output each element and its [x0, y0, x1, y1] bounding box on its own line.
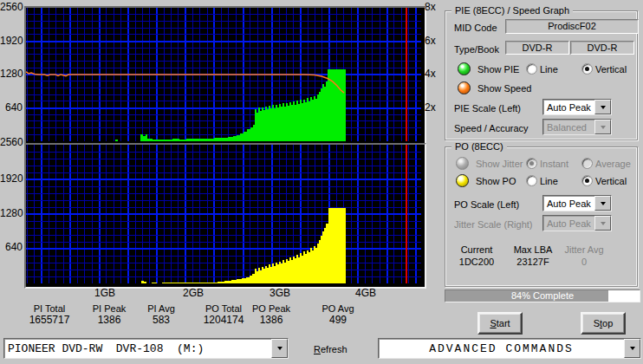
pie-vertical-label: Vertical: [595, 64, 627, 75]
po-ytick-2560: 2560: [0, 137, 23, 147]
jitter-instant-radio: [526, 158, 537, 169]
speed-ytick-8x: 8x: [425, 2, 445, 12]
po-line-label: Line: [540, 176, 558, 186]
max-lba-value: 23127F: [507, 257, 559, 267]
jitter-scale-combo: Auto Peak: [542, 215, 612, 231]
pie-scale-combo[interactable]: Auto Peak: [542, 99, 612, 115]
pie-group: PIE (8ECC) / Speed Graph MID Code Prodis…: [445, 10, 638, 140]
pie-ytick-640: 640: [0, 102, 23, 113]
chevron-down-icon: [601, 126, 606, 129]
show-speed-label: Show Speed: [477, 83, 531, 94]
xtick-3gb: 3GB: [263, 288, 297, 298]
speed-accuracy-dropdown-button: [594, 120, 611, 134]
jitter-avg-value: 0: [558, 257, 610, 267]
pie-scale-label: PIE Scale (Left): [454, 103, 521, 114]
show-pie-label: Show PIE: [477, 64, 519, 75]
pie-ytick-2560: 2560: [0, 2, 23, 12]
jitter-average-radio: [581, 158, 593, 169]
pie-ytick-1280: 1280: [0, 68, 23, 79]
speed-ytick-6x: 6x: [425, 36, 445, 46]
chevron-down-icon: [601, 106, 606, 109]
speed-ytick-2x: 2x: [425, 102, 445, 113]
pie-vertical-radio[interactable]: [581, 63, 593, 75]
pie-ytick-1920: 1920: [0, 36, 23, 46]
po-vertical-label: Vertical: [595, 176, 627, 186]
scan-progress-bar: 84% Complete: [445, 289, 640, 302]
jitter-scale-value: Auto Peak: [543, 218, 594, 229]
type-field: DVD-R: [505, 41, 569, 55]
po-ytick-1280: 1280: [0, 208, 23, 218]
show-jitter-label: Show Jitter: [476, 159, 523, 169]
current-label: Current: [451, 244, 503, 255]
po-graph: [26, 145, 421, 283]
show-pie-led[interactable]: [458, 62, 471, 75]
pie-scale-dropdown-button[interactable]: [594, 100, 611, 114]
xtick-4gb: 4GB: [348, 288, 383, 298]
advanced-commands-value: ADVANCED COMMANDS: [379, 342, 624, 355]
chevron-down-icon: [630, 347, 635, 350]
advanced-commands-dropdown-button[interactable]: [624, 339, 640, 358]
po-group-title: PO (8ECC): [451, 141, 507, 152]
pie-line-label: Line: [540, 64, 558, 75]
po-scale-label: PO Scale (Left): [454, 199, 519, 210]
po-scale-value: Auto Peak: [543, 198, 594, 209]
mid-code-label: MID Code: [454, 23, 497, 33]
speed-ytick-4x: 4x: [425, 68, 445, 79]
pie-line-radio[interactable]: [526, 63, 537, 75]
stop-button[interactable]: Stop: [581, 312, 626, 335]
chevron-down-icon: [601, 202, 606, 205]
po-line-radio[interactable]: [526, 175, 537, 186]
show-po-label: Show PO: [476, 176, 516, 186]
jitter-average-label: Average: [595, 159, 631, 169]
current-value: 1DC200: [451, 257, 503, 267]
drive-select-combo[interactable]: PIONEER DVD-RW DVR-108 (M:): [3, 338, 289, 359]
pie-graph-plot: [24, 6, 426, 146]
drive-select-value: PIONEER DVD-RW DVR-108 (M:): [4, 342, 271, 355]
chevron-down-icon: [601, 222, 606, 225]
advanced-commands-combo[interactable]: ADVANCED COMMANDS: [378, 338, 641, 359]
drive-select-dropdown-button[interactable]: [271, 339, 288, 358]
xtick-2gb: 2GB: [176, 288, 211, 298]
jitter-instant-label: Instant: [540, 159, 568, 169]
po-group: PO (8ECC) Show Jitter Instant Average Sh…: [445, 146, 638, 287]
jitter-avg-label: Jitter Avg: [558, 244, 610, 255]
jitter-scale-label: Jitter Scale (Right): [454, 219, 532, 230]
po-ytick-640: 640: [0, 242, 23, 252]
type-book-label: Type/Book: [454, 44, 499, 55]
jitter-scale-dropdown-button: [594, 216, 611, 231]
speed-accuracy-value: Balanced: [543, 122, 594, 133]
dvd-scan-window: 2560 1920 1280 640 2560 1920 1280 640 8x…: [0, 0, 643, 364]
stat-po-avg: PO Avg499: [299, 303, 377, 326]
mid-code-field: ProdiscF02: [505, 19, 639, 34]
progress-label: 84% Complete: [445, 290, 640, 302]
pie-graph: [26, 8, 421, 141]
show-jitter-led: [456, 157, 469, 170]
refresh-link[interactable]: Refresh: [314, 344, 347, 354]
speed-accuracy-combo: Balanced: [542, 119, 612, 135]
speed-accuracy-label: Speed / Accuracy: [454, 123, 529, 133]
show-speed-led[interactable]: [458, 81, 471, 94]
po-graph-plot: [24, 143, 426, 289]
pie-scale-value: Auto Peak: [543, 102, 594, 113]
po-scale-combo[interactable]: Auto Peak: [542, 195, 612, 211]
po-ytick-1920: 1920: [0, 173, 23, 184]
po-scale-dropdown-button[interactable]: [594, 196, 611, 211]
book-field: DVD-R: [570, 41, 634, 55]
start-button[interactable]: Start: [477, 312, 523, 335]
chevron-down-icon: [277, 347, 283, 350]
xtick-1gb: 1GB: [88, 288, 122, 298]
po-vertical-radio[interactable]: [581, 175, 593, 186]
pie-group-title: PIE (8ECC) / Speed Graph: [451, 5, 573, 16]
max-lba-label: Max LBA: [507, 244, 559, 255]
show-po-led[interactable]: [456, 174, 469, 187]
